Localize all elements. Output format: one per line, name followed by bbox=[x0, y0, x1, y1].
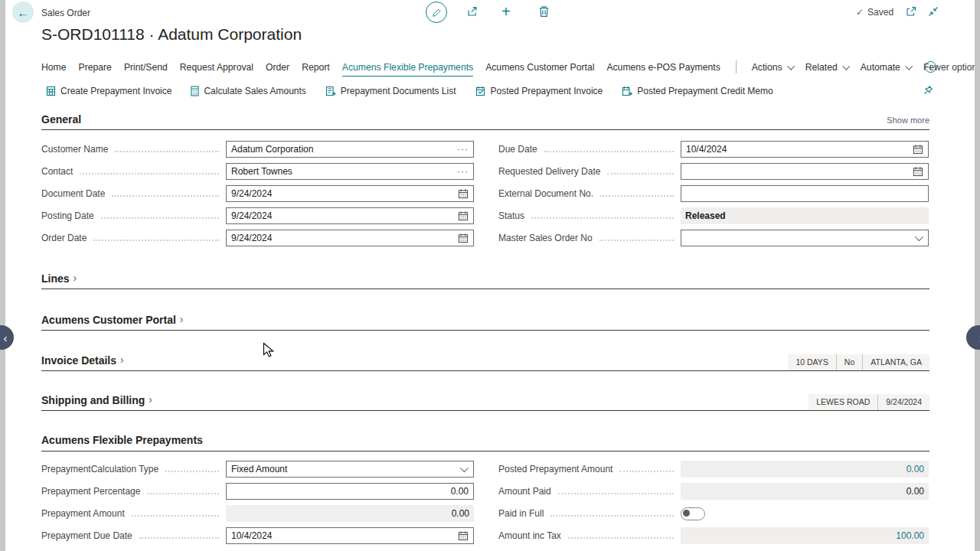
related-menu-label: Related bbox=[805, 62, 838, 73]
field-label: Amount Paid bbox=[498, 486, 551, 497]
ribbon-divider bbox=[736, 60, 737, 73]
chevron-right-icon: › bbox=[180, 313, 184, 325]
field-label: PrepaymentCalculation Type bbox=[41, 464, 158, 474]
posting-date-input[interactable] bbox=[231, 210, 458, 221]
tab-report[interactable]: Report bbox=[302, 60, 330, 75]
general-left-column: Customer Name ··· Contact ··· Document D… bbox=[41, 141, 474, 252]
field-posted-prepayment-amount: Posted Prepayment Amount 0.00 bbox=[498, 461, 929, 478]
tab-acumens-epos-payments[interactable]: Acumens e-POS Payments bbox=[606, 60, 720, 75]
due-date-control bbox=[681, 141, 929, 158]
contact-input[interactable] bbox=[231, 166, 457, 177]
right-edge-strip bbox=[975, 0, 980, 551]
calculation-type-input[interactable] bbox=[231, 464, 460, 474]
shipping-billing-section-title: Shipping and Billing bbox=[41, 394, 145, 406]
action-label: Prepayment Documents List bbox=[341, 86, 456, 96]
action-label: Posted Prepayment Invoice bbox=[491, 86, 603, 96]
dotted-leader bbox=[607, 173, 674, 174]
field-label: Prepayment Percentage bbox=[41, 486, 140, 497]
shipping-billing-summary-badges: LEWES ROAD 9/24/2024 bbox=[808, 394, 929, 410]
tab-order[interactable]: Order bbox=[266, 60, 289, 75]
prices-incl-tax-badge: No bbox=[836, 354, 862, 370]
chevron-down-icon[interactable] bbox=[460, 464, 469, 472]
calendar-icon[interactable] bbox=[458, 530, 469, 541]
drilldown-amount[interactable]: 0.00 bbox=[906, 464, 924, 474]
prepayment-percentage-control bbox=[226, 483, 474, 500]
customer-name-input[interactable] bbox=[231, 144, 457, 155]
calendar-icon[interactable] bbox=[458, 233, 469, 243]
credit-memo-icon bbox=[622, 86, 632, 96]
assist-edit-icon[interactable]: ··· bbox=[457, 144, 469, 155]
tab-print-send[interactable]: Print/Send bbox=[124, 60, 168, 75]
field-master-sales-order-no: Master Sales Order No bbox=[498, 230, 929, 246]
contact-control: ··· bbox=[226, 163, 474, 180]
tax-area-badge: ATLANTA, GA bbox=[862, 354, 929, 370]
posted-prepayment-invoice-button[interactable]: Posted Prepayment Invoice bbox=[475, 86, 603, 96]
dotted-leader bbox=[139, 537, 219, 539]
actions-menu[interactable]: Actions bbox=[752, 62, 793, 73]
open-in-window-button[interactable] bbox=[906, 6, 916, 20]
automate-menu[interactable]: Automate bbox=[861, 62, 911, 73]
tab-prepare[interactable]: Prepare bbox=[79, 60, 112, 75]
dotted-leader bbox=[115, 151, 219, 152]
order-date-control bbox=[226, 230, 474, 246]
edit-button[interactable] bbox=[426, 2, 447, 23]
field-order-date: Order Date bbox=[41, 230, 474, 246]
field-label: Customer Name bbox=[41, 144, 108, 155]
document-date-input[interactable] bbox=[231, 188, 458, 199]
prepayment-due-date-input[interactable] bbox=[231, 530, 458, 541]
chevron-down-icon[interactable] bbox=[915, 233, 923, 241]
related-menu[interactable]: Related bbox=[805, 62, 848, 73]
pin-actions-button[interactable] bbox=[923, 84, 933, 98]
calendar-icon[interactable] bbox=[458, 210, 469, 221]
master-sales-order-no-input[interactable] bbox=[686, 233, 915, 243]
dotted-leader bbox=[93, 240, 219, 241]
create-prepayment-invoice-button[interactable]: Create Prepayment Invoice bbox=[46, 86, 172, 96]
readonly-amount: 0.00 bbox=[906, 486, 924, 497]
drilldown-amount[interactable]: 100.00 bbox=[896, 530, 924, 541]
requested-delivery-date-input[interactable] bbox=[686, 166, 913, 177]
tab-acumens-flexible-prepayments[interactable]: Acumens Flexible Prepayments bbox=[342, 60, 473, 77]
shipping-billing-section-header[interactable]: Shipping and Billing› LEWES ROAD 9/24/20… bbox=[41, 393, 929, 411]
lines-section-header[interactable]: Lines› bbox=[41, 272, 929, 289]
calendar-icon[interactable] bbox=[913, 144, 923, 155]
prepayment-documents-list-button[interactable]: Prepayment Documents List bbox=[325, 86, 456, 96]
tab-acumens-customer-portal[interactable]: Acumens Customer Portal bbox=[485, 60, 594, 75]
chevron-right-icon: › bbox=[149, 393, 152, 406]
show-more-link[interactable]: Show more bbox=[887, 116, 929, 125]
field-document-date: Document Date bbox=[41, 185, 474, 202]
prepayment-percentage-input[interactable] bbox=[231, 486, 469, 497]
order-date-input[interactable] bbox=[231, 233, 458, 243]
info-button[interactable]: i bbox=[925, 61, 936, 73]
dotted-leader bbox=[112, 195, 219, 197]
dotted-leader bbox=[619, 471, 674, 472]
field-amount-paid: Amount Paid 0.00 bbox=[498, 483, 929, 500]
field-paid-in-full: Paid in Full bbox=[498, 505, 929, 522]
pencil-icon bbox=[432, 8, 442, 18]
external-document-no-input[interactable] bbox=[686, 188, 923, 199]
calculate-sales-amounts-button[interactable]: Calculate Sales Amounts bbox=[191, 86, 305, 96]
back-button[interactable]: ← bbox=[12, 2, 34, 23]
calculator-icon bbox=[191, 86, 199, 96]
new-button[interactable]: + bbox=[501, 3, 511, 21]
posted-prepayment-credit-memo-button[interactable]: Posted Prepayment Credit Memo bbox=[622, 86, 773, 96]
requested-delivery-date-control bbox=[681, 163, 929, 180]
due-date-input[interactable] bbox=[686, 144, 913, 155]
assist-edit-icon[interactable]: ··· bbox=[457, 166, 469, 177]
scroll-right-button[interactable]: › bbox=[966, 325, 980, 350]
delete-button[interactable] bbox=[538, 5, 550, 21]
calendar-icon[interactable] bbox=[913, 166, 923, 177]
paid-in-full-toggle[interactable] bbox=[681, 507, 705, 520]
invoice-details-section-header[interactable]: Invoice Details› 10 DAYS No ATLANTA, GA bbox=[41, 354, 929, 371]
share-button[interactable] bbox=[466, 5, 479, 21]
tab-request-approval[interactable]: Request Approval bbox=[180, 60, 253, 75]
sales-order-page: ← Sales Order + ✓ Saved S-ORD101118 · Ad… bbox=[0, 0, 980, 551]
chevron-down-icon bbox=[905, 63, 913, 70]
tab-home[interactable]: Home bbox=[41, 60, 67, 75]
check-icon: ✓ bbox=[856, 7, 864, 18]
field-external-document-no: External Document No. bbox=[498, 185, 929, 202]
customer-portal-section-header[interactable]: Acumens Customer Portal› bbox=[41, 313, 929, 331]
calendar-icon[interactable] bbox=[458, 188, 469, 199]
ship-to-badge: LEWES ROAD bbox=[808, 394, 877, 410]
collapse-view-button[interactable] bbox=[928, 6, 939, 20]
scroll-left-button[interactable]: ‹ bbox=[0, 325, 14, 350]
